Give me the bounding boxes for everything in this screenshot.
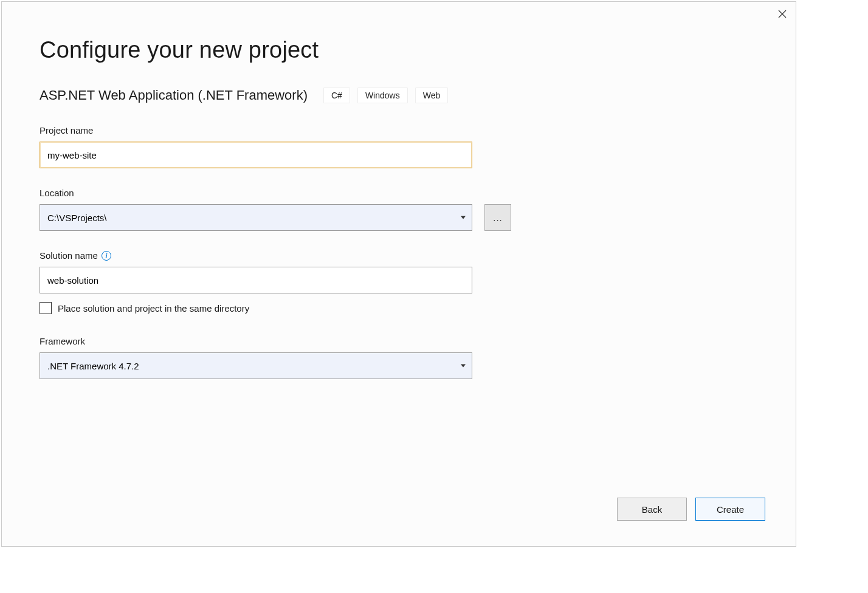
browse-button[interactable]: ... bbox=[484, 204, 511, 231]
framework-combo[interactable]: .NET Framework 4.7.2 bbox=[40, 352, 472, 379]
location-row: C:\VSProjects\ ... bbox=[40, 204, 758, 231]
solution-name-label-text: Solution name bbox=[40, 250, 98, 261]
info-icon[interactable]: i bbox=[102, 251, 111, 261]
location-value: C:\VSProjects\ bbox=[47, 213, 107, 223]
back-label: Back bbox=[642, 504, 662, 515]
framework-label: Framework bbox=[40, 336, 758, 346]
create-button[interactable]: Create bbox=[695, 498, 765, 521]
framework-value: .NET Framework 4.7.2 bbox=[47, 361, 139, 371]
template-tags: C# Windows Web bbox=[323, 87, 448, 103]
solution-name-input[interactable] bbox=[40, 267, 472, 293]
tag-language: C# bbox=[323, 87, 350, 103]
configure-project-dialog: Configure your new project ASP.NET Web A… bbox=[1, 1, 796, 547]
close-button[interactable] bbox=[775, 7, 790, 21]
same-directory-row: Place solution and project in the same d… bbox=[40, 302, 758, 314]
close-icon bbox=[778, 10, 787, 18]
dialog-content: Configure your new project ASP.NET Web A… bbox=[2, 2, 796, 379]
location-combo[interactable]: C:\VSProjects\ bbox=[40, 204, 472, 231]
create-label: Create bbox=[717, 504, 744, 515]
solution-name-group: Solution name i Place solution and proje… bbox=[40, 250, 758, 314]
back-button[interactable]: Back bbox=[617, 498, 687, 521]
same-directory-label: Place solution and project in the same d… bbox=[58, 303, 249, 314]
chevron-down-icon bbox=[461, 365, 466, 368]
location-group: Location C:\VSProjects\ ... bbox=[40, 188, 758, 231]
project-name-label: Project name bbox=[40, 125, 758, 135]
page-title: Configure your new project bbox=[40, 37, 758, 63]
project-name-input-wrap bbox=[40, 142, 472, 168]
template-name: ASP.NET Web Application (.NET Framework) bbox=[40, 87, 308, 103]
chevron-down-icon bbox=[461, 216, 466, 219]
dialog-footer: Back Create bbox=[617, 498, 765, 521]
same-directory-checkbox[interactable] bbox=[40, 302, 52, 314]
browse-label: ... bbox=[493, 213, 503, 223]
template-row: ASP.NET Web Application (.NET Framework)… bbox=[40, 87, 758, 103]
location-label: Location bbox=[40, 188, 758, 198]
tag-type: Web bbox=[415, 87, 449, 103]
project-name-input[interactable] bbox=[40, 142, 472, 168]
framework-group: Framework .NET Framework 4.7.2 bbox=[40, 336, 758, 379]
project-name-group: Project name bbox=[40, 125, 758, 168]
solution-name-label: Solution name i bbox=[40, 250, 758, 261]
tag-platform: Windows bbox=[357, 87, 408, 103]
